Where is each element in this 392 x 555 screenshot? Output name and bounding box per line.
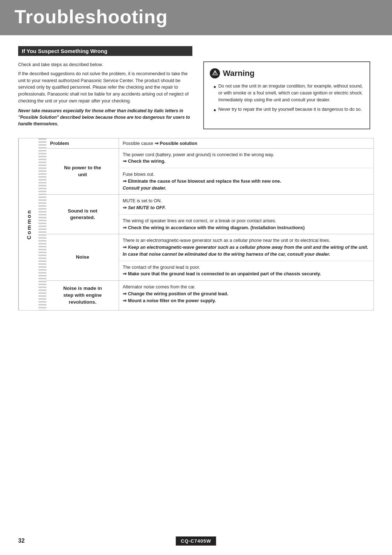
arrow-no-sound-2: ⇒ xyxy=(123,225,128,230)
warning-icon: ⚠ xyxy=(210,68,220,78)
problem-engine-noise: Noise is made instep with enginerevoluti… xyxy=(46,281,119,310)
troubleshooting-table: Common Problem Possible cause ⇒ Possible… xyxy=(18,138,374,311)
table-header-row: Problem Possible cause ⇒ Possible soluti… xyxy=(46,138,373,149)
table-row-engine-noise: Noise is made instep with enginerevoluti… xyxy=(46,281,373,310)
table-row-no-power: No power to theunit The power cord (batt… xyxy=(46,149,373,195)
arrow-engine-noise-2: ⇒ xyxy=(123,298,128,303)
cause-engine-noise-1: Alternator noise comes from the car. xyxy=(123,284,196,289)
problem-engine-noise-text: Noise is made instep with enginerevoluti… xyxy=(63,285,102,306)
warning-box: ⚠ Warning ● Do not use the unit in an ir… xyxy=(203,61,370,129)
problem-no-power-text: No power to theunit xyxy=(64,165,101,178)
solution-no-sound-1: MUTE is set to ON. ⇒ Set MUTE to OFF. xyxy=(119,195,373,215)
arrow-no-power-2: ⇒ xyxy=(123,179,128,184)
solutions-no-sound: MUTE is set to ON. ⇒ Set MUTE to OFF. Th… xyxy=(119,195,373,234)
cause-noise-1: There is an electromagnetic-wave generat… xyxy=(123,238,330,243)
problem-noise-text: Noise xyxy=(76,254,89,261)
bold-note: Never take measures especially for those… xyxy=(18,108,192,127)
intro-warning-row: Check and take steps as described below.… xyxy=(18,61,374,129)
cause-no-power-1: The power cord (battery, power and groun… xyxy=(123,152,274,157)
page-header: Troubleshooting xyxy=(0,0,392,35)
arrow-engine-noise-1: ⇒ xyxy=(123,291,128,296)
solutions-engine-noise: Alternator noise comes from the car. ⇒ C… xyxy=(119,281,373,310)
th-problem: Problem xyxy=(46,138,119,148)
problem-no-power: No power to theunit xyxy=(46,149,119,195)
solutions-noise: There is an electromagnetic-wave generat… xyxy=(119,234,373,280)
model-badge: CQ-C7405W xyxy=(176,536,216,546)
warning-title-text: Warning xyxy=(223,67,254,79)
bold-note-text: Never take measures especially for those… xyxy=(18,108,190,126)
cause-no-sound-1: MUTE is set to ON. xyxy=(123,198,162,203)
warning-title-row: ⚠ Warning xyxy=(210,67,364,79)
th-possible: Possible cause xyxy=(123,141,153,146)
th-arrow: ⇒ xyxy=(155,141,160,146)
table-row-no-sound: Sound is notgenerated. MUTE is set to ON… xyxy=(46,195,373,234)
intro-col: Check and take steps as described below.… xyxy=(18,61,192,129)
solution-engine-noise-1: Alternator noise comes from the car. ⇒ C… xyxy=(119,281,373,307)
section-title: If You Suspect Something Wrong xyxy=(18,46,192,56)
table-inner: Problem Possible cause ⇒ Possible soluti… xyxy=(46,138,373,310)
bullet-dot-2: ● xyxy=(213,107,216,114)
problem-noise: Noise xyxy=(46,234,119,280)
warning-bullet-1: ● Do not use the unit in an irregular co… xyxy=(210,83,364,103)
warning-bullet-2-text: Never try to repair the unit by yourself… xyxy=(219,106,362,114)
problem-no-sound: Sound is notgenerated. xyxy=(46,195,119,234)
solution-noise-2: The contact of the ground lead is poor. … xyxy=(119,261,373,281)
action-noise-2: Make sure that the ground lead is connec… xyxy=(128,271,321,276)
page-title: Troubleshooting xyxy=(15,7,377,27)
stripe-decoration xyxy=(38,138,46,310)
arrow-noise-1: ⇒ xyxy=(123,245,128,250)
action-no-power-1: Check the wiring. xyxy=(128,159,166,164)
solution-no-power-2: Fuse blows out. ⇒ Eliminate the cause of… xyxy=(119,168,373,194)
action-engine-noise-2: Mount a noise filter on the power supply… xyxy=(128,298,216,303)
warning-bullet-1-text: Do not use the unit in an irregular cond… xyxy=(219,83,364,103)
problem-no-sound-text: Sound is notgenerated. xyxy=(68,208,98,222)
arrow-no-power-1: ⇒ xyxy=(123,159,128,164)
action-noise-1: Keep an electromagnetic-wave generator s… xyxy=(123,245,368,257)
common-label: Common xyxy=(19,138,38,310)
arrow-no-sound-1: ⇒ xyxy=(123,205,128,210)
solution-no-sound-2: The wiring of speaker lines are not corr… xyxy=(119,215,373,234)
action-no-sound-1: Set MUTE to OFF. xyxy=(128,205,166,210)
page-number: 32 xyxy=(18,538,25,544)
arrow-noise-2: ⇒ xyxy=(123,271,128,276)
action-no-sound-2: Check the wiring in accordance with the … xyxy=(128,225,305,230)
cause-noise-2: The contact of the ground lead is poor. xyxy=(123,265,200,270)
th-solution-text: Possible solution xyxy=(160,141,197,146)
warning-bullet-2: ● Never try to repair the unit by yourse… xyxy=(210,106,364,114)
solution-no-power-1: The power cord (battery, power and groun… xyxy=(119,149,373,169)
bullet-dot-1: ● xyxy=(213,84,216,103)
main-content: If You Suspect Something Wrong Check and… xyxy=(0,35,392,321)
action-no-power-2: Eliminate the cause of fuse blowout and … xyxy=(128,179,281,184)
cause-no-power-2: Fuse blows out. xyxy=(123,172,155,177)
intro-line1: Check and take steps as described below. xyxy=(18,61,192,68)
sub-action-no-power-2: Consult your dealer. xyxy=(123,186,166,191)
th-solution: Possible cause ⇒ Possible solution xyxy=(119,138,373,148)
solutions-no-power: The power cord (battery, power and groun… xyxy=(119,149,373,195)
action-engine-noise-1: Change the wiring position of the ground… xyxy=(128,291,228,296)
solution-noise-1: There is an electromagnetic-wave generat… xyxy=(119,234,373,261)
intro-line2: If the described suggestions do not solv… xyxy=(18,70,192,105)
table-row-noise: Noise There is an electromagnetic-wave g… xyxy=(46,234,373,281)
cause-no-sound-2: The wiring of speaker lines are not corr… xyxy=(123,218,276,223)
